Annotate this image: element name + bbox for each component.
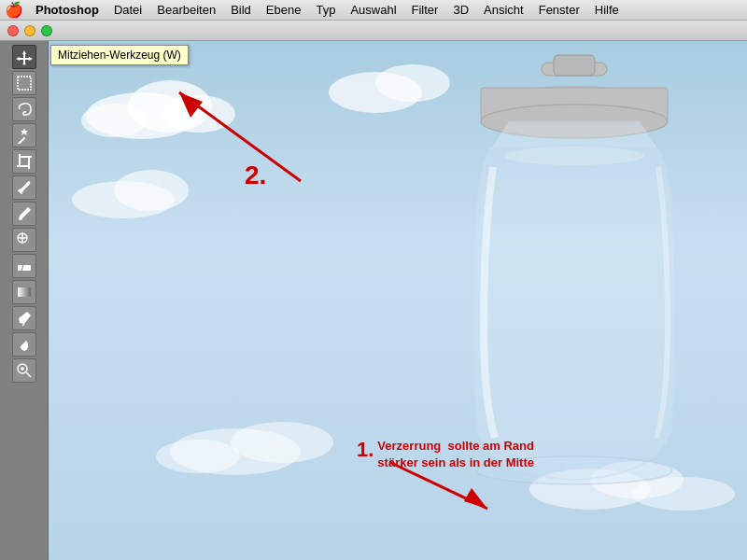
wand-icon xyxy=(16,127,33,144)
menu-ebene[interactable]: Ebene xyxy=(259,0,309,20)
clone-icon xyxy=(16,231,33,248)
menu-3d[interactable]: 3D xyxy=(445,0,476,20)
svg-marker-44 xyxy=(464,488,487,509)
svg-point-8 xyxy=(19,217,22,220)
svg-point-30 xyxy=(156,440,240,473)
eyedropper-icon xyxy=(16,179,33,196)
svg-line-15 xyxy=(22,324,24,326)
marquee-tool[interactable] xyxy=(12,71,36,95)
menu-hilfe[interactable]: Hilfe xyxy=(587,0,627,20)
eraser-icon xyxy=(16,258,33,274)
toolbar: Mitziehen-Werkzeug (W) xyxy=(0,41,49,560)
menu-filter[interactable]: Filter xyxy=(404,0,446,20)
close-button[interactable] xyxy=(7,25,19,36)
svg-point-29 xyxy=(231,422,333,463)
svg-marker-0 xyxy=(16,50,33,65)
eraser-tool[interactable] xyxy=(12,254,36,278)
pen-icon xyxy=(16,310,33,327)
menu-datei[interactable]: Datei xyxy=(106,0,149,20)
move-icon xyxy=(16,49,33,65)
apple-icon: 🍎 xyxy=(5,1,23,19)
brush-tool[interactable] xyxy=(12,202,36,226)
hand-icon xyxy=(16,336,33,353)
menu-photoshop[interactable]: Photoshop xyxy=(28,0,106,20)
clone-tool[interactable] xyxy=(12,228,36,252)
apple-menu[interactable]: 🍎 xyxy=(0,1,28,19)
crop-tool[interactable] xyxy=(12,149,36,174)
pen-tool[interactable] xyxy=(12,306,36,330)
canvas-area: 2. 1. Verzerrung sollte am Randstärker s… xyxy=(49,41,747,560)
svg-marker-3 xyxy=(21,128,28,135)
svg-line-17 xyxy=(26,372,31,377)
zoom-icon xyxy=(16,362,33,379)
eyedropper-tool[interactable] xyxy=(12,175,36,200)
move-tool[interactable] xyxy=(12,45,36,69)
lasso-icon xyxy=(16,101,33,118)
tool-tooltip: Mitziehen-Werkzeug (W) xyxy=(50,45,189,65)
svg-point-23 xyxy=(81,104,147,137)
marquee-icon xyxy=(16,75,33,91)
window-chrome xyxy=(0,21,747,41)
gradient-tool[interactable] xyxy=(12,280,36,304)
lasso-tool[interactable] xyxy=(12,97,36,121)
menu-bar: 🍎 Photoshop Datei Bearbeiten Bild Ebene … xyxy=(0,0,747,21)
magic-wand-tool[interactable] xyxy=(12,123,36,147)
crop-icon xyxy=(16,153,33,170)
menu-auswahl[interactable]: Auswahl xyxy=(343,0,403,20)
svg-rect-14 xyxy=(18,287,31,297)
svg-point-39 xyxy=(504,147,644,165)
svg-rect-35 xyxy=(554,55,595,76)
arrow-2 xyxy=(151,78,319,190)
menu-bearbeiten[interactable]: Bearbeiten xyxy=(149,0,223,20)
svg-rect-2 xyxy=(17,137,24,144)
menu-fenster[interactable]: Fenster xyxy=(531,0,587,20)
gradient-icon xyxy=(16,284,33,301)
minimize-button[interactable] xyxy=(24,25,35,36)
svg-marker-42 xyxy=(179,92,203,118)
brush-icon xyxy=(16,205,33,222)
menu-ansicht[interactable]: Ansicht xyxy=(476,0,531,20)
arrow-1 xyxy=(380,453,501,518)
menu-bild[interactable]: Bild xyxy=(223,0,259,20)
menu-typ[interactable]: Typ xyxy=(308,0,343,20)
svg-rect-1 xyxy=(18,77,31,90)
hand-tool[interactable] xyxy=(12,332,36,357)
svg-rect-12 xyxy=(18,265,31,271)
zoom-tool[interactable] xyxy=(12,358,36,383)
main-layout: Mitziehen-Werkzeug (W) xyxy=(0,41,747,560)
maximize-button[interactable] xyxy=(41,25,52,36)
